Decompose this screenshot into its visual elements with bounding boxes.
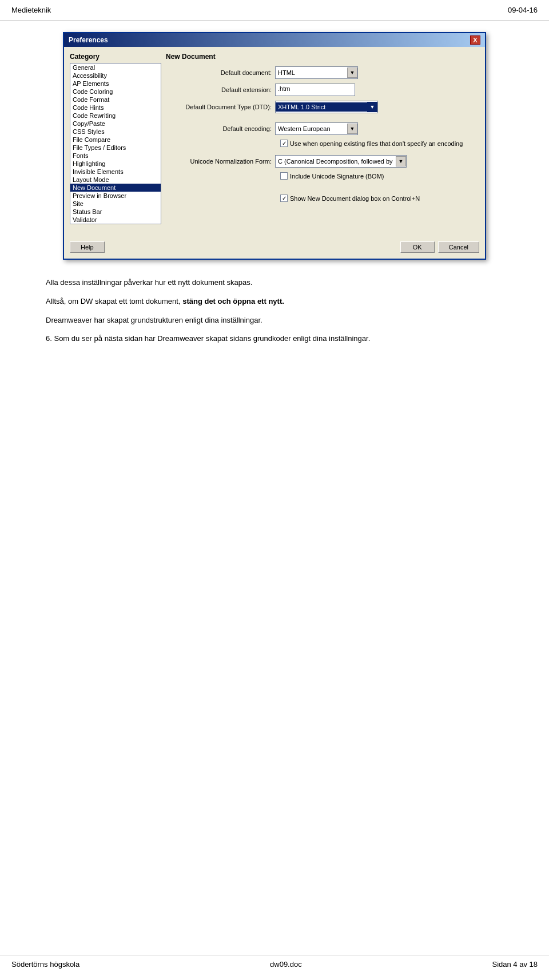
- default-dtd-value: XHTML 1.0 Strict: [276, 102, 367, 112]
- checkbox3[interactable]: [280, 195, 288, 202]
- default-encoding-value: Western European: [276, 124, 347, 133]
- dropdown-arrow-unicode-icon[interactable]: ▼: [396, 156, 406, 166]
- checkbox2-row: Include Unicode Signature (BOM): [280, 172, 479, 180]
- footer-page: Sidan 4 av 18: [492, 960, 538, 969]
- default-extension-input[interactable]: .htm: [275, 84, 355, 96]
- checkbox1-label: Use when opening existing files that don…: [290, 140, 463, 147]
- default-extension-row: Default extension: .htm: [166, 84, 479, 96]
- category-list: GeneralAccessibilityAP ElementsCode Colo…: [70, 63, 161, 224]
- panel-title: New Document: [166, 53, 479, 61]
- category-item-8[interactable]: CSS Styles: [70, 128, 161, 136]
- unicode-row: Unicode Normalization Form: C (Canonical…: [166, 155, 479, 168]
- category-item-10[interactable]: File Types / Editors: [70, 144, 161, 152]
- category-item-11[interactable]: Fonts: [70, 152, 161, 160]
- page-header: Medieteknik 09-04-16: [0, 0, 549, 21]
- category-item-13[interactable]: Invisible Elements: [70, 168, 161, 176]
- checkbox1[interactable]: [280, 140, 288, 147]
- close-button[interactable]: X: [470, 35, 480, 45]
- category-item-9[interactable]: File Compare: [70, 136, 161, 144]
- category-item-7[interactable]: Copy/Paste: [70, 120, 161, 128]
- checkbox2[interactable]: [280, 172, 288, 180]
- default-encoding-label: Default encoding:: [166, 125, 272, 132]
- category-item-6[interactable]: Code Rewriting: [70, 112, 161, 120]
- dropdown-arrow-encoding-icon[interactable]: ▼: [347, 124, 357, 134]
- default-encoding-select[interactable]: Western European ▼: [275, 122, 358, 135]
- category-item-4[interactable]: Code Format: [70, 96, 161, 104]
- paragraph2: Alltså, om DW skapat ett tomt dokument, …: [46, 296, 503, 308]
- default-document-label: Default document:: [166, 69, 272, 76]
- content-area: Alla dessa inställningar påverkar hur et…: [29, 271, 520, 358]
- checkbox3-row: Show New Document dialog box on Control+…: [280, 195, 479, 202]
- dialog-title: Preferences: [69, 36, 108, 44]
- paragraph2-bold: stäng det och öppna ett nytt.: [182, 297, 284, 305]
- unicode-select[interactable]: C (Canonical Decomposition, followed by …: [275, 155, 407, 168]
- dialog-footer: Help OK Cancel: [70, 236, 479, 253]
- dialog-main: Category GeneralAccessibilityAP Elements…: [70, 53, 479, 224]
- footer-school: Södertörns högskola: [11, 960, 79, 969]
- dropdown-arrow-dtd-icon[interactable]: ▼: [367, 102, 377, 112]
- default-document-select[interactable]: HTML ▼: [275, 66, 358, 79]
- header-right: 09-04-16: [508, 6, 538, 14]
- category-item-2[interactable]: AP Elements: [70, 80, 161, 88]
- default-document-row: Default document: HTML ▼: [166, 66, 479, 79]
- dropdown-arrow-icon[interactable]: ▼: [347, 68, 357, 78]
- category-item-16[interactable]: Preview in Browser: [70, 192, 161, 200]
- paragraph3: Dreamweaver har skapat grundstrukturen e…: [46, 315, 503, 327]
- preferences-dialog: Preferences X Category GeneralAccessibil…: [63, 32, 486, 260]
- category-item-19[interactable]: Validator: [70, 216, 161, 224]
- default-dtd-select[interactable]: XHTML 1.0 Strict ▼: [275, 101, 378, 113]
- page-footer: Södertörns högskola dw09.doc Sidan 4 av …: [0, 955, 549, 969]
- category-item-15[interactable]: New Document: [70, 184, 161, 192]
- category-item-0[interactable]: General: [70, 64, 161, 72]
- category-item-1[interactable]: Accessibility: [70, 72, 161, 80]
- category-label: Category: [70, 53, 161, 61]
- default-dtd-row: Default Document Type (DTD): XHTML 1.0 S…: [166, 101, 479, 113]
- dialog-wrapper: Preferences X Category GeneralAccessibil…: [57, 32, 492, 260]
- header-left: Medieteknik: [11, 6, 51, 14]
- checkbox3-label: Show New Document dialog box on Control+…: [290, 195, 420, 202]
- unicode-label: Unicode Normalization Form:: [166, 158, 272, 165]
- right-panel: New Document Default document: HTML ▼ De…: [166, 53, 479, 224]
- help-button[interactable]: Help: [70, 241, 105, 253]
- default-encoding-row: Default encoding: Western European ▼: [166, 122, 479, 135]
- category-item-12[interactable]: Highlighting: [70, 160, 161, 168]
- footer-left: Help: [70, 241, 397, 253]
- dialog-titlebar: Preferences X: [64, 33, 485, 47]
- category-item-3[interactable]: Code Coloring: [70, 88, 161, 96]
- ok-button[interactable]: OK: [400, 241, 435, 253]
- paragraph1: Alla dessa inställningar påverkar hur et…: [46, 277, 503, 289]
- category-item-17[interactable]: Site: [70, 200, 161, 208]
- category-item-18[interactable]: Status Bar: [70, 208, 161, 216]
- category-item-14[interactable]: Layout Mode: [70, 176, 161, 184]
- paragraph4-numbered: 6. Som du ser på nästa sidan har Dreamwe…: [46, 333, 503, 345]
- cancel-button[interactable]: Cancel: [438, 241, 479, 253]
- default-extension-label: Default extension:: [166, 86, 272, 93]
- unicode-value: C (Canonical Decomposition, followed by: [276, 157, 396, 166]
- checkbox2-label: Include Unicode Signature (BOM): [290, 173, 384, 180]
- default-document-value: HTML: [276, 68, 347, 77]
- checkbox1-row: Use when opening existing files that don…: [280, 140, 479, 147]
- footer-filename: dw09.doc: [270, 960, 302, 969]
- dialog-body: Category GeneralAccessibilityAP Elements…: [64, 47, 485, 259]
- category-item-5[interactable]: Code Hints: [70, 104, 161, 112]
- default-dtd-label: Default Document Type (DTD):: [166, 104, 272, 110]
